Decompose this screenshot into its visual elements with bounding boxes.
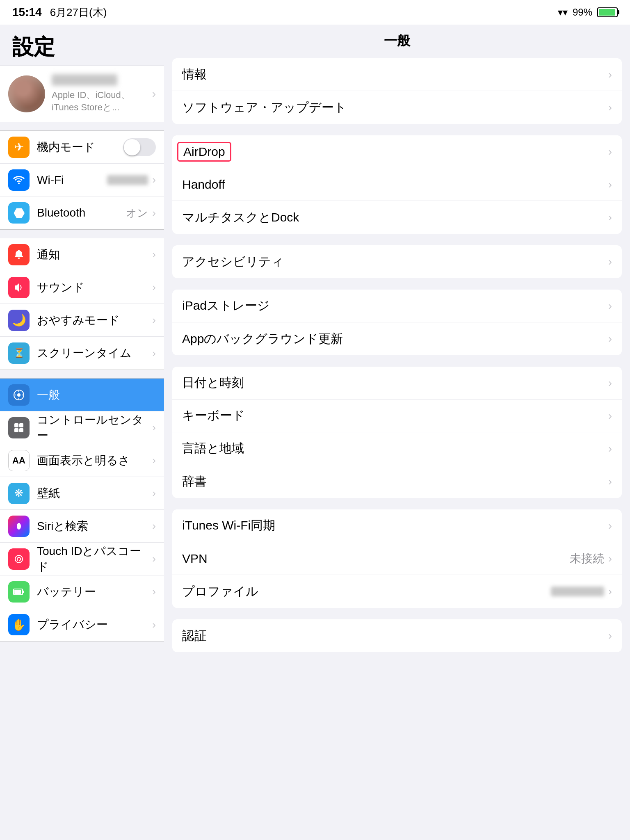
vpn-value: 未接続: [570, 551, 604, 566]
sidebar-item-bluetooth[interactable]: ⬣ Bluetooth オン ›: [0, 196, 164, 229]
sidebar-item-airplane[interactable]: ✈ 機内モード: [0, 131, 164, 164]
touchid-chevron-icon: ›: [152, 552, 156, 565]
profile-info: Apple ID、iCloud、iTunes Storeと...: [52, 74, 146, 114]
auth-chevron-icon: ›: [608, 629, 612, 642]
wifi-chevron-icon: ›: [152, 173, 156, 186]
content-item-profile[interactable]: プロファイル ›: [172, 575, 622, 608]
battery-percent: 99%: [573, 7, 592, 18]
datetime-chevron-icon: ›: [608, 377, 612, 390]
airplane-icon: ✈: [8, 137, 30, 158]
svg-rect-7: [19, 423, 23, 427]
svg-rect-9: [19, 428, 23, 432]
datetime-group: 日付と時刻 › キーボード › 言語と地域 › 辞書 ›: [172, 367, 622, 498]
wifi-value-blur: [107, 175, 148, 185]
avatar: [8, 75, 45, 112]
multitask-chevron-icon: ›: [608, 211, 612, 224]
info-group: 情報 › ソフトウェア・アップデート ›: [172, 58, 622, 124]
bluetooth-chevron-icon: ›: [152, 207, 156, 219]
donotdisturb-icon: 🌙: [8, 310, 30, 331]
itunes-wifi-label: iTunes Wi-Fi同期: [182, 517, 608, 534]
profile-chevron-icon: ›: [608, 585, 612, 598]
sidebar-item-screentime[interactable]: ⏳ スクリーンタイム ›: [0, 337, 164, 370]
svg-rect-6: [14, 423, 18, 427]
content-item-airdrop[interactable]: AirDrop ›: [172, 135, 622, 168]
dictionary-chevron-icon: ›: [608, 475, 612, 488]
sidebar-item-controlcenter[interactable]: コントロールセンター ›: [0, 411, 164, 444]
notifications-label: 通知: [37, 247, 152, 262]
svg-point-1: [17, 393, 21, 397]
content-item-software-update[interactable]: ソフトウェア・アップデート ›: [172, 91, 622, 124]
software-update-label: ソフトウェア・アップデート: [182, 99, 608, 116]
display-label: 画面表示と明るさ: [37, 453, 152, 468]
content-item-background-app[interactable]: Appのバックグラウンド更新 ›: [172, 322, 622, 355]
background-app-label: Appのバックグラウンド更新: [182, 331, 608, 347]
svg-rect-13: [23, 591, 24, 593]
vpn-chevron-icon: ›: [608, 552, 612, 565]
sidebar-item-notifications[interactable]: 通知 ›: [0, 238, 164, 271]
sidebar-item-touchid[interactable]: Touch IDとパスコード ›: [0, 543, 164, 575]
sidebar-item-privacy[interactable]: ✋ プライバシー ›: [0, 608, 164, 641]
accessibility-label: アクセシビリティ: [182, 253, 608, 270]
content-item-language[interactable]: 言語と地域 ›: [172, 432, 622, 465]
sidebar: 設定 Apple ID、iCloud、iTunes Storeと... › ✈ …: [0, 25, 164, 840]
sidebar-item-display[interactable]: AA 画面表示と明るさ ›: [0, 444, 164, 477]
content-item-accessibility[interactable]: アクセシビリティ ›: [172, 245, 622, 278]
screentime-label: スクリーンタイム: [37, 345, 152, 361]
wifi-icon: ▾▾: [558, 7, 568, 18]
content-item-vpn[interactable]: VPN 未接続 ›: [172, 542, 622, 575]
profile-label: プロファイル: [182, 583, 551, 600]
sidebar-item-wifi[interactable]: Wi-Fi ›: [0, 164, 164, 196]
touchid-icon: [8, 548, 30, 570]
privacy-chevron-icon: ›: [152, 619, 156, 631]
accessibility-group: アクセシビリティ ›: [172, 245, 622, 278]
content-section-info: 情報 › ソフトウェア・アップデート ›: [172, 58, 622, 127]
handoff-label: Handoff: [182, 178, 608, 192]
storage-group: iPadストレージ › Appのバックグラウンド更新 ›: [172, 290, 622, 355]
content-item-itunes-wifi[interactable]: iTunes Wi-Fi同期 ›: [172, 509, 622, 542]
sidebar-item-battery[interactable]: バッテリー ›: [0, 575, 164, 608]
sidebar-item-donotdisturb[interactable]: 🌙 おやすみモード ›: [0, 304, 164, 337]
sidebar-item-siri[interactable]: Siriと検索 ›: [0, 510, 164, 543]
software-update-chevron-icon: ›: [608, 101, 612, 114]
airdrop-chevron-icon: ›: [608, 145, 612, 158]
avatar-image: [8, 75, 45, 112]
content-section-airdrop: AirDrop › Handoff › マルチタスクとDock ›: [172, 135, 622, 237]
content-item-auth[interactable]: 認証 ›: [172, 619, 622, 652]
vpn-label: VPN: [182, 552, 570, 566]
auth-group: 認証 ›: [172, 619, 622, 652]
network-group: ✈ 機内モード Wi-Fi › ⬣ Bluetooth オン ›: [0, 130, 164, 230]
content-item-multitask[interactable]: マルチタスクとDock ›: [172, 201, 622, 234]
bluetooth-value: オン: [126, 206, 148, 220]
language-label: 言語と地域: [182, 440, 608, 457]
sounds-chevron-icon: ›: [152, 281, 156, 294]
svg-rect-12: [14, 590, 21, 594]
general-label: 一般: [37, 387, 156, 403]
profile-chevron-icon: ›: [152, 87, 156, 100]
wallpaper-chevron-icon: ›: [152, 487, 156, 500]
content-item-handoff[interactable]: Handoff ›: [172, 168, 622, 201]
airplane-toggle[interactable]: [123, 138, 156, 156]
svg-rect-8: [14, 428, 18, 432]
bluetooth-label: Bluetooth: [37, 206, 126, 219]
airdrop-label: AirDrop: [182, 144, 608, 160]
dictionary-label: 辞書: [182, 473, 608, 490]
wifi-label: Wi-Fi: [37, 173, 107, 187]
display-icon: AA: [8, 450, 30, 471]
sidebar-item-general[interactable]: 一般: [0, 379, 164, 411]
content-item-ipad-storage[interactable]: iPadストレージ ›: [172, 290, 622, 322]
display-chevron-icon: ›: [152, 454, 156, 467]
content-item-datetime[interactable]: 日付と時刻 ›: [172, 367, 622, 399]
content-item-dictionary[interactable]: 辞書 ›: [172, 465, 622, 498]
content-item-keyboard[interactable]: キーボード ›: [172, 399, 622, 432]
svg-point-10: [17, 523, 21, 530]
handoff-chevron-icon: ›: [608, 178, 612, 191]
donotdisturb-label: おやすみモード: [37, 313, 152, 328]
profile-section[interactable]: Apple ID、iCloud、iTunes Storeと... ›: [0, 66, 164, 122]
content-item-about[interactable]: 情報 ›: [172, 58, 622, 91]
sidebar-title: 設定: [0, 25, 164, 66]
profile-sub: Apple ID、iCloud、iTunes Storeと...: [52, 89, 146, 114]
keyboard-chevron-icon: ›: [608, 409, 612, 422]
sidebar-item-sounds[interactable]: サウンド ›: [0, 271, 164, 304]
about-chevron-icon: ›: [608, 68, 612, 81]
sidebar-item-wallpaper[interactable]: ❋ 壁紙 ›: [0, 477, 164, 510]
